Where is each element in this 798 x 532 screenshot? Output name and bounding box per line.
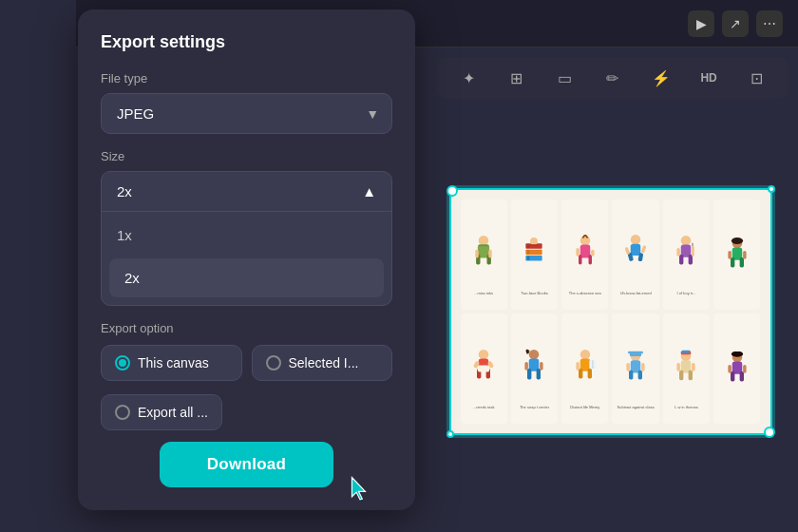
svg-point-52 <box>529 350 540 360</box>
card-10-label: Subtract against class <box>612 404 658 410</box>
top-bar-actions: ▶ ↗ ⋯ <box>688 10 783 37</box>
card-7-label: ...needs task <box>461 404 507 410</box>
card-3: The s-absence sea <box>561 200 608 310</box>
svg-rect-75 <box>682 351 691 353</box>
svg-rect-86 <box>728 365 732 373</box>
svg-rect-36 <box>693 246 695 256</box>
svg-rect-35 <box>677 248 681 256</box>
card-9-label: Distant life Merriy <box>561 404 608 410</box>
svg-rect-71 <box>627 363 631 371</box>
card-3-label: The s-absence sea <box>561 290 608 296</box>
svg-rect-26 <box>631 244 641 256</box>
svg-rect-87 <box>743 365 747 373</box>
svg-rect-14 <box>527 256 529 259</box>
svg-point-2 <box>479 236 489 246</box>
card-8-label: The snap t center <box>511 404 558 410</box>
handle-top-right[interactable] <box>768 185 775 193</box>
grid-tool-button[interactable]: ⊞ <box>500 61 534 95</box>
svg-point-39 <box>732 238 743 244</box>
card-2-label: Two-face Books <box>511 290 558 296</box>
card-8: The snap t center <box>511 314 558 424</box>
svg-rect-19 <box>579 255 582 265</box>
svg-rect-7 <box>488 250 492 258</box>
size-dropdown[interactable]: 2x ▲ 1x 2x <box>101 171 392 306</box>
card-12 <box>713 314 760 424</box>
file-type-select[interactable]: JPEG PNG SVG PDF <box>101 93 392 134</box>
svg-point-31 <box>681 236 692 246</box>
svg-rect-22 <box>591 250 595 256</box>
size-dropdown-header[interactable]: 2x ▲ <box>102 172 391 212</box>
panel-title: Export settings <box>101 32 392 52</box>
svg-rect-33 <box>679 255 683 265</box>
card-5: I of boy tr... <box>663 200 710 310</box>
svg-rect-13 <box>527 250 529 254</box>
file-type-select-wrapper: JPEG PNG SVG PDF ▼ <box>101 93 392 134</box>
size-option-1x[interactable]: 1x <box>102 216 391 255</box>
magic-tool-button[interactable]: ✦ <box>451 61 485 95</box>
export-option-label: Export option <box>101 321 392 335</box>
size-option-2x[interactable]: 2x <box>109 258 384 297</box>
card-1: ...miss inks <box>461 200 507 310</box>
svg-rect-30 <box>641 245 647 254</box>
export-all-radio <box>115 405 130 420</box>
canvas-area: ...miss inks Two-face Books <box>432 110 788 513</box>
export-all-button[interactable]: Export all ... <box>101 394 222 430</box>
play-icon[interactable]: ▶ <box>688 10 714 37</box>
editing-toolbar: ✦ ⊞ ▭ ✏ ⚡ HD ⊡ <box>437 57 788 99</box>
svg-rect-85 <box>739 371 743 382</box>
card-6 <box>713 200 760 310</box>
hd-button[interactable]: HD <box>692 61 726 95</box>
grid2-tool-button[interactable]: ⊡ <box>740 61 774 95</box>
svg-rect-41 <box>731 257 734 268</box>
this-canvas-button[interactable]: This canvas <box>101 345 242 381</box>
card-5-label: I of boy tr... <box>663 290 710 296</box>
svg-point-25 <box>631 235 641 245</box>
svg-rect-78 <box>689 370 693 381</box>
svg-rect-42 <box>739 257 743 268</box>
size-chevron-up-icon: ▲ <box>362 183 376 200</box>
export-all-label: Export all ... <box>138 405 208 420</box>
svg-rect-16 <box>531 244 537 246</box>
card-11: L w in thomas <box>663 314 710 424</box>
more-icon[interactable]: ⋯ <box>756 10 783 37</box>
this-canvas-radio <box>115 355 130 370</box>
svg-rect-67 <box>628 352 643 354</box>
card-1-label: ...miss inks <box>461 290 507 296</box>
handle-bottom-left[interactable] <box>446 430 454 438</box>
card-2: Two-face Books <box>511 200 558 310</box>
svg-rect-61 <box>587 369 591 379</box>
svg-rect-70 <box>638 370 642 380</box>
selected-radio <box>266 355 281 370</box>
svg-rect-6 <box>475 250 479 258</box>
svg-rect-55 <box>537 369 541 379</box>
svg-rect-69 <box>629 370 633 380</box>
file-type-label: File type <box>101 71 392 86</box>
card-4-label: Uh-know-fat-emed <box>612 290 658 296</box>
svg-rect-8 <box>479 245 489 247</box>
svg-rect-72 <box>641 363 645 371</box>
svg-rect-54 <box>527 369 531 379</box>
selected-label: Selected I... <box>289 355 359 370</box>
pen-tool-button[interactable]: ✏ <box>596 61 630 95</box>
svg-rect-21 <box>576 248 580 256</box>
selected-button[interactable]: Selected I... <box>252 345 393 381</box>
card-7: ...needs task <box>461 314 507 424</box>
share-icon[interactable]: ↗ <box>722 10 749 37</box>
export-options: This canvas Selected I... <box>101 345 392 381</box>
svg-rect-51 <box>478 366 489 372</box>
card-grid: ...miss inks Two-face Books <box>449 188 772 435</box>
card-6-label <box>713 293 760 294</box>
card-4: Uh-know-fat-emed <box>612 200 658 310</box>
svg-point-15 <box>531 238 539 245</box>
svg-rect-79 <box>677 363 681 371</box>
card-11-label: L w in thomas <box>663 404 710 410</box>
color-tool-button[interactable]: ⚡ <box>644 61 678 95</box>
card-10: Subtract against class <box>612 314 658 424</box>
frame-tool-button[interactable]: ▭ <box>547 61 581 95</box>
svg-point-17 <box>580 236 591 246</box>
card-12-label <box>713 407 760 408</box>
svg-rect-56 <box>525 362 529 370</box>
svg-rect-80 <box>693 363 696 371</box>
download-button[interactable]: Download <box>160 442 334 487</box>
radio-dot <box>119 359 126 367</box>
